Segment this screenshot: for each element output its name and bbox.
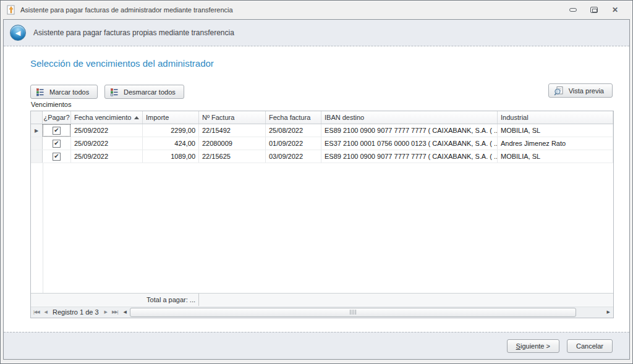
minimize-button[interactable] [567,5,579,15]
importe-cell: 1089,00 [143,150,199,163]
num-factura-cell: 22/15492 [199,124,266,137]
cancel-button-label: Cancelar [576,342,603,350]
iban-cell: ES37 2100 0001 0756 0000 0123 ( CAIXABAN… [321,137,498,150]
scrollbar-grip-icon [349,310,356,315]
print-preview-icon [554,86,564,96]
unmark-all-label: Desmarcar todos [124,88,176,96]
grid-caption: Vencimientos [31,101,71,108]
horizontal-scrollbar: ◀ ▶ [121,307,613,318]
checklist-icon [110,88,119,96]
preview-label: Vista previa [569,87,604,95]
checklist-icon [36,88,45,96]
maximize-button[interactable] [588,5,600,15]
row-indicator-cell [31,137,43,150]
grid-header-row: ¿Pagar? Fecha vencimiento Importe Nº Fac… [31,111,613,124]
app-icon [6,4,17,15]
importe-cell: 2299,00 [143,124,199,137]
grid-summary-footer: Total a pagar: ... [31,293,613,306]
wizard-content: Selección de vencimientos del administra… [4,46,629,331]
page-title: Selección de vencimientos del administra… [30,58,214,69]
checkmark-icon: ✔ [54,127,59,133]
column-header-iban[interactable]: IBAN destino [321,111,498,124]
column-header-pagar[interactable]: ¿Pagar? [43,111,71,124]
table-row[interactable]: ▶ ✔ 25/09/2022 2299,00 22/15492 25/08/20… [31,124,613,137]
mark-all-label: Marcar todos [49,88,89,96]
column-header-fecha-vencimiento[interactable]: Fecha vencimiento [71,111,143,124]
industrial-cell: MOBILIA, SL [498,150,613,163]
row-indicator-cell [31,150,43,163]
window-title: Asistente para pagar facturas de adminis… [20,6,233,14]
iban-cell: ES89 2100 0900 9077 7777 7777 ( CAIXABAN… [321,124,498,137]
row-indicator-cell: ▶ [31,124,43,137]
column-header-importe[interactable]: Importe [143,111,199,124]
iban-cell: ES89 2100 0900 9077 7777 7777 ( CAIXABAN… [321,150,498,163]
back-button[interactable]: ◀ [10,25,26,41]
record-count-label: Registro 1 de 3 [53,308,99,316]
cancel-button[interactable]: Cancelar [567,339,613,353]
checkmark-icon: ✔ [54,153,59,159]
pagar-checkbox[interactable]: ✔ [53,140,61,148]
num-factura-cell: 22080009 [199,137,266,150]
dialog-footer: Siguiente > Cancelar [4,332,629,359]
column-header-num-factura[interactable]: Nº Factura [199,111,266,124]
column-header-industrial[interactable]: Industrial [498,111,613,124]
scrollbar-thumb[interactable] [130,308,576,317]
wizard-window: Asistente para pagar facturas de adminis… [0,0,633,364]
pagar-checkbox[interactable]: ✔ [53,153,61,161]
mark-all-button[interactable]: Marcar todos [30,85,98,99]
pagar-cell: ✔ [43,150,71,163]
next-button[interactable]: Siguiente > [507,339,559,353]
column-header-fecha-factura[interactable]: Fecha factura [266,111,321,124]
num-factura-cell: 22/15625 [199,150,266,163]
header-indicator-cell [31,111,43,124]
pagar-checkbox[interactable]: ✔ [53,127,61,135]
maximize-icon [590,7,598,13]
scroll-left-button[interactable]: ◀ [121,310,130,315]
table-row[interactable]: ✔ 25/09/2022 1089,00 22/15625 03/09/2022… [31,150,613,163]
table-row[interactable]: ✔ 25/09/2022 424,00 22080009 01/09/2022 … [31,137,613,150]
current-row-indicator-icon: ▶ [35,128,38,133]
scrollbar-track[interactable] [576,307,604,318]
close-icon: ✕ [612,6,618,14]
minimize-icon [569,8,577,12]
preview-button[interactable]: Vista previa [548,83,613,98]
industrial-cell: Andres Jimenez Rato [498,137,613,150]
industrial-cell: MOBILIA, SL [498,124,613,137]
last-record-button[interactable]: ▶▶| [109,310,121,315]
record-navigator: |◀◀ ◀ Registro 1 de 3 ▶ ▶▶| ◀ ▶ [31,306,613,318]
next-record-button[interactable]: ▶ [102,310,109,315]
scroll-right-button[interactable]: ▶ [604,310,613,315]
window-controls: ✕ [567,5,627,15]
unmark-all-button[interactable]: Desmarcar todos [104,85,184,99]
sort-ascending-icon [134,116,139,119]
pagar-cell: ✔ [43,124,71,137]
wizard-panel: ◀ Asistente para pagar facturas propias … [3,19,630,360]
close-button[interactable]: ✕ [609,5,621,15]
next-button-label: Siguiente > [516,342,550,350]
previous-record-button[interactable]: ◀ [42,310,49,315]
total-a-pagar: Total a pagar: ... [31,294,199,306]
wizard-header-title: Asistente para pagar facturas propias me… [33,28,234,37]
fecha-vencimiento-cell: 25/09/2022 [71,150,143,163]
titlebar: Asistente para pagar facturas de adminis… [1,1,632,19]
vencimientos-grid: ¿Pagar? Fecha vencimiento Importe Nº Fac… [30,111,614,318]
fecha-vencimiento-cell: 25/09/2022 [71,137,143,150]
fecha-factura-cell: 25/08/2022 [266,124,321,137]
focused-cell: ✔ [43,124,70,137]
importe-cell: 424,00 [143,137,199,150]
back-icon: ◀ [15,29,20,37]
checkmark-icon: ✔ [54,140,59,146]
grid-empty-area [31,163,613,293]
wizard-header: ◀ Asistente para pagar facturas propias … [4,20,629,46]
fecha-factura-cell: 03/09/2022 [266,150,321,163]
pagar-cell: ✔ [43,137,71,150]
fecha-vencimiento-cell: 25/09/2022 [71,124,143,137]
first-record-button[interactable]: |◀◀ [31,310,42,315]
fecha-factura-cell: 01/09/2022 [266,137,321,150]
